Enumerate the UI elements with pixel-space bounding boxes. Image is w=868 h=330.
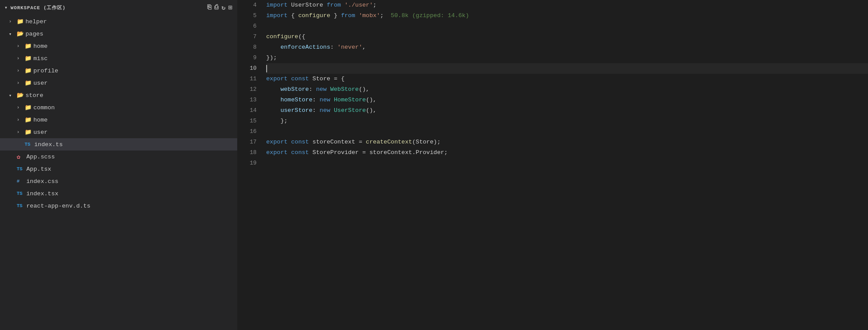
token-punc: } <box>330 11 337 21</box>
code-line-6 <box>266 21 868 32</box>
token-kw: const <box>291 74 309 84</box>
tree-item-user-pages[interactable]: › 📁 user <box>0 77 237 89</box>
ts-icon-index-tsx: TS <box>17 191 26 196</box>
token-kw: from <box>327 0 341 11</box>
tree-item-react-app-env[interactable]: TS react-app-env.d.ts <box>0 200 237 212</box>
token-plain <box>337 11 341 21</box>
code-editor[interactable]: 45678910111213141516171819 import UserSt… <box>237 0 868 330</box>
token-kw: export <box>266 137 288 147</box>
line-num-16: 16 <box>237 126 257 137</box>
tree-label-index-tsx: index.tsx <box>26 190 58 197</box>
workspace-chevron[interactable]: ▾ <box>4 4 8 11</box>
tree-label-app-scss: App.scss <box>26 154 55 160</box>
line-num-13: 13 <box>237 95 257 105</box>
token-kw: export <box>266 74 288 84</box>
tree-item-index-css[interactable]: # index.css <box>0 175 237 187</box>
token-plain <box>341 0 344 11</box>
code-content[interactable]: import UserStore from './user';import { … <box>264 0 868 330</box>
arrow-common: › <box>17 105 25 110</box>
code-line-14: userStore: new UserStore(), <box>266 105 868 116</box>
line-num-8: 8 <box>237 42 257 53</box>
folder-icon-pages: 📂 <box>17 30 25 37</box>
tree-item-helper[interactable]: › 📁 helper <box>0 15 237 28</box>
token-plain <box>288 137 291 147</box>
folder-icon-helper: 📁 <box>17 18 25 25</box>
token-str: 'mobx' <box>359 11 380 21</box>
token-plain <box>266 84 280 95</box>
tree-item-home-pages[interactable]: › 📁 home <box>0 40 237 52</box>
arrow-home-store: › <box>17 117 25 122</box>
token-punc: { <box>341 74 344 84</box>
token-plain <box>288 11 291 21</box>
folder-icon-user-store: 📁 <box>25 129 33 136</box>
tree-label-user-store: user <box>33 129 47 136</box>
workspace-title: WORKSPACE (工作区) <box>11 4 65 11</box>
sidebar: ▾ WORKSPACE (工作区) ⎘ ⎙ ↻ ⊞ › 📁 helper ▾ 📂… <box>0 0 237 330</box>
arrow-profile: › <box>17 68 25 73</box>
tree-item-profile[interactable]: › 📁 profile <box>0 65 237 77</box>
token-plain: (Store); <box>412 137 441 147</box>
token-fn: configure <box>266 32 298 42</box>
tree-item-app-scss[interactable]: ✿ App.scss <box>0 151 237 163</box>
token-str: './user' <box>344 0 373 11</box>
token-kw: const <box>291 137 309 147</box>
folder-icon-common: 📁 <box>25 104 33 111</box>
arrow-pages: ▾ <box>9 31 17 37</box>
css-icon-index-css: # <box>17 179 26 184</box>
folder-icon-misc: 📁 <box>25 55 33 62</box>
token-punc: }; <box>266 116 288 126</box>
tree-label-profile: profile <box>33 68 58 74</box>
token-kw: const <box>291 147 309 158</box>
tree-item-user-store[interactable]: › 📁 user <box>0 126 237 138</box>
token-plain: StoreProvider = storeContext.Provider; <box>309 147 448 158</box>
token-kw: new <box>316 84 326 95</box>
ts-icon-index-ts: TS <box>25 142 34 147</box>
token-kw: import <box>266 0 288 11</box>
token-plain: storeContext = <box>309 137 366 147</box>
tree-label-index-css: index.css <box>26 178 58 185</box>
code-line-10 <box>266 63 868 74</box>
scss-icon-app-scss: ✿ <box>17 153 26 161</box>
token-str: 'never' <box>337 42 362 53</box>
tree-label-misc: misc <box>33 55 47 62</box>
code-line-9: }); <box>266 53 868 63</box>
arrow-user-pages: › <box>17 80 25 86</box>
tree-item-home-store[interactable]: › 📁 home <box>0 114 237 126</box>
token-fn: configure <box>298 11 330 21</box>
line-num-4: 4 <box>237 0 257 11</box>
tree-label-react-app-env: react-app-env.d.ts <box>26 203 90 209</box>
tree-label-common: common <box>33 104 55 111</box>
token-punc: }); <box>266 53 277 63</box>
tree-item-store[interactable]: ▾ 📂 store <box>0 89 237 101</box>
new-folder-icon[interactable]: ⎙ <box>214 4 219 11</box>
tree-item-app-tsx[interactable]: TS App.tsx <box>0 163 237 175</box>
token-prop: homeStore <box>280 95 312 105</box>
token-plain: (), <box>366 105 376 116</box>
token-plain <box>327 84 330 95</box>
tree-item-index-tsx[interactable]: TS index.tsx <box>0 187 237 200</box>
token-plain: Store = <box>309 74 341 84</box>
token-plain <box>266 95 280 105</box>
token-fn: createContext <box>366 137 412 147</box>
text-cursor <box>266 65 267 72</box>
token-kw: new <box>320 95 330 105</box>
tree-item-pages[interactable]: ▾ 📂 pages <box>0 28 237 40</box>
code-line-8: enforceActions: 'never', <box>266 42 868 53</box>
tree-item-common[interactable]: › 📁 common <box>0 101 237 114</box>
line-num-7: 7 <box>237 32 257 42</box>
folder-icon-profile: 📁 <box>25 67 33 74</box>
new-file-icon[interactable]: ⎘ <box>207 4 212 11</box>
collapse-icon[interactable]: ⊞ <box>228 4 233 12</box>
refresh-icon[interactable]: ↻ <box>221 4 226 12</box>
token-plain <box>330 95 334 105</box>
token-plain <box>288 147 291 158</box>
token-punc: { <box>291 11 298 21</box>
token-cls: HomeStore <box>334 95 366 105</box>
token-plain <box>266 105 280 116</box>
tree-label-store: store <box>25 92 43 99</box>
tree-item-misc[interactable]: › 📁 misc <box>0 52 237 65</box>
tree-label-helper: helper <box>25 18 47 25</box>
token-cls: UserStore <box>334 105 366 116</box>
line-num-5: 5 <box>237 11 257 21</box>
tree-item-index-ts[interactable]: TS index.ts <box>0 138 237 151</box>
